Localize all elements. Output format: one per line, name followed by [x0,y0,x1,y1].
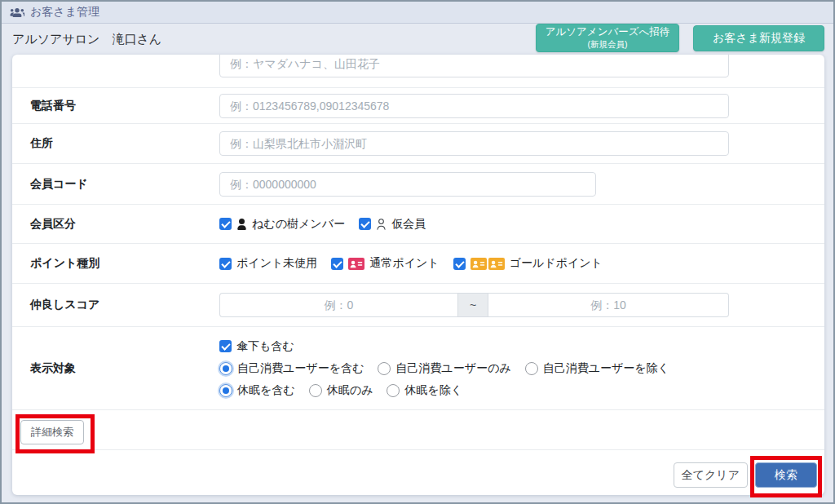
detail-search-button[interactable]: 詳細検索 [20,420,84,444]
radio-unselected-icon [387,384,400,397]
detail-search-row: 詳細検索 [12,410,824,450]
radio-label: 休眠を除く [404,383,462,398]
radio-self-consumption-exclude[interactable]: 自己消費ユーザーを除く [525,361,669,376]
checkbox-points-unused[interactable]: ポイント未使用 [219,256,317,271]
form-row-score: 仲良しスコア ~ [12,284,824,327]
score-label: 仲良しスコア [12,298,219,312]
checkbox-checked-icon [331,258,343,270]
page-title: お客さま管理 [30,5,99,20]
checkbox-label: 仮会員 [391,217,426,232]
point-type-label: ポイント種別 [12,256,219,271]
customer-management-window: お客さま管理 アルソアサロン 滝口さん アルソアメンバーズへ招待 (新規会員) … [0,0,835,504]
display-target-label: 表示対象 [12,361,219,376]
checkbox-nemunoki-member[interactable]: ねむの樹メンバー [219,217,345,232]
checkbox-checked-icon [219,218,232,230]
radio-label: 自己消費ユーザーを含む [237,361,364,376]
form-row-member-type: 会員区分 ねむの樹メンバー 仮会員 [12,205,824,244]
checkbox-checked-icon [219,340,232,352]
radio-label: 自己消費ユーザーのみ [395,361,510,376]
radio-dormant-include[interactable]: 休眠を含む [219,383,295,398]
form-row-point-type: ポイント種別 ポイント未使用 通常ポイント [12,244,824,284]
form-row-display-target: 表示対象 傘下も含む 自己消費ユーザーを含む 自己消費ユーザーのみ [12,327,824,410]
radio-label: 自己消費ユーザーを除く [543,361,669,376]
search-button[interactable]: 検索 [755,462,817,488]
phone-label: 電話番号 [12,99,219,113]
score-range-separator: ~ [457,293,488,317]
checkbox-label: 通常ポイント [369,256,439,271]
checkbox-checked-icon [219,258,232,270]
checkbox-normal-points[interactable]: 通常ポイント [331,256,439,271]
checkbox-label: 傘下も含む [236,339,294,354]
radio-label: 休眠のみ [327,383,373,398]
radio-label: 休眠を含む [237,383,295,398]
score-min-input[interactable] [219,293,457,317]
phone-input[interactable] [219,94,729,118]
search-form-card: 電話番号 住所 会員コード 会員区分 [12,55,824,495]
radio-unselected-icon [378,362,391,375]
checkbox-label: ポイント未使用 [236,256,317,271]
user-outline-icon [376,219,387,230]
radio-self-consumption-include[interactable]: 自己消費ユーザーを含む [219,361,364,376]
form-row-name [12,55,824,88]
form-row-member-code: 会員コード [12,164,824,205]
member-code-label: 会員コード [12,177,219,192]
checkbox-label: ゴールドポイント [510,256,603,271]
user-solid-icon [236,219,247,230]
users-icon [10,7,24,19]
salon-user-label: アルソアサロン 滝口さん [12,32,161,47]
invite-members-button-line1: アルソアメンバーズへ招待 [537,26,678,39]
radio-unselected-icon [525,362,538,375]
address-input[interactable] [219,131,729,156]
register-customer-button[interactable]: お客さま新規登録 [693,25,824,51]
radio-dormant-only[interactable]: 休眠のみ [309,383,373,398]
invite-members-button-line2: (新規会員) [537,39,678,50]
footer-actions-row: 全てクリア 検索 [12,450,824,495]
member-code-input[interactable] [219,172,596,197]
checkbox-gold-points[interactable]: ゴールドポイント [453,256,603,271]
name-input[interactable] [219,55,729,77]
radio-selected-icon [219,362,232,375]
id-card-red-icon [348,258,364,270]
score-max-input[interactable] [488,293,729,317]
id-card-gold-double-icon [471,258,505,270]
radio-dormant-exclude[interactable]: 休眠を除く [387,383,462,398]
form-row-phone: 電話番号 [12,88,824,124]
checkbox-checked-icon [359,218,371,230]
radio-unselected-icon [309,384,322,397]
checkbox-include-subordinates[interactable]: 傘下も含む [219,339,294,354]
radio-selected-icon [219,384,232,397]
invite-members-button[interactable]: アルソアメンバーズへ招待 (新規会員) [536,24,679,52]
app-header: お客さま管理 [2,2,833,24]
form-row-address: 住所 [12,124,824,164]
clear-all-button[interactable]: 全てクリア [674,462,748,488]
address-label: 住所 [12,136,219,151]
checkbox-checked-icon [453,258,466,270]
checkbox-temporary-member[interactable]: 仮会員 [359,217,426,232]
radio-self-consumption-only[interactable]: 自己消費ユーザーのみ [378,361,510,376]
member-type-label: 会員区分 [12,217,219,232]
checkbox-label: ねむの樹メンバー [252,217,345,232]
